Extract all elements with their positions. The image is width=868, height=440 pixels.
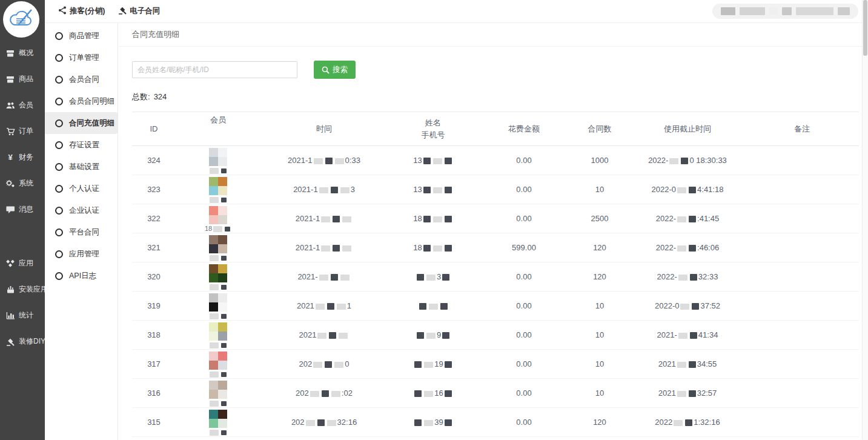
tab-tuike[interactable]: 推客(分销)	[58, 6, 105, 16]
sidebar-item-7[interactable]: 消息	[0, 196, 45, 222]
account-info-redacted[interactable]	[712, 4, 858, 19]
circle-bullet-icon	[55, 163, 63, 171]
redacted-block	[325, 158, 333, 164]
redacted-block	[317, 419, 325, 426]
cell-contracts: 1000	[569, 156, 630, 165]
sidebar-item-1[interactable]: 概况	[0, 40, 45, 66]
submenu-item-12[interactable]: API日志	[45, 265, 118, 287]
redacted-block	[331, 187, 338, 193]
redacted-block	[316, 304, 325, 310]
redacted-block	[310, 391, 319, 397]
member-name-redacted	[176, 283, 260, 290]
scrollbar-thumb[interactable]	[863, 0, 867, 56]
search-button[interactable]: 搜索	[314, 61, 356, 79]
app-sidebar: 概况 商品 会员 订单¥ 财务 系统 消息 应用 安装应用 统计 装修DIY	[0, 0, 45, 440]
sidebar-item-label: 装修DIY	[19, 336, 45, 347]
redacted-block	[221, 314, 227, 319]
circle-bullet-icon	[55, 119, 63, 127]
cell-contracts: 120	[569, 418, 630, 427]
cell-id: 316	[132, 388, 176, 398]
submenu-item-5[interactable]: 合同充值明细	[45, 112, 118, 134]
cell-deadline: 2022-:46:06	[630, 243, 745, 252]
sidebar-item-9[interactable]: 安装应用	[0, 276, 45, 302]
sidebar-item-11[interactable]: 装修DIY	[0, 328, 45, 355]
table-row[interactable]: 321 2021-1 18 599.00 120 2022-:46:06	[132, 233, 859, 262]
submenu-item-11[interactable]: 应用管理	[45, 243, 118, 265]
cell-deadline: 2021-41:34	[630, 330, 745, 339]
submenu-item-8[interactable]: 个人认证	[45, 178, 118, 199]
redacted-block	[221, 256, 227, 261]
search-bar: 搜索	[132, 61, 868, 79]
main-content: 合同充值明细 搜索 总数:324 ID会员时间姓名 手机号花费金额合同数使用截止…	[119, 22, 868, 440]
table-row[interactable]: 323 2021-13 13 0.00 10 2022-04:41:18	[132, 175, 859, 204]
table-row[interactable]: 317 2020 19 0.00 10 202134:55	[132, 350, 859, 379]
cell-contracts: 10	[569, 330, 630, 339]
redacted-block	[210, 372, 219, 378]
sidebar-item-10[interactable]: 统计	[0, 302, 45, 328]
redacted-block	[426, 333, 436, 339]
redacted-block	[342, 245, 351, 252]
member-avatar	[209, 264, 227, 282]
vertical-scrollbar[interactable]	[862, 0, 868, 440]
redacted-block	[782, 7, 792, 15]
redacted-block	[325, 361, 332, 368]
table-row[interactable]: 315 20232:16 39 0.00 120 20221:32:16	[132, 408, 859, 437]
table-row[interactable]: 320 2021- 3 0.00 120 2022-32:33	[132, 262, 859, 292]
submenu-item-1[interactable]: 商品管理	[45, 25, 118, 47]
redacted-block	[677, 216, 686, 222]
submenu-item-3[interactable]: 会员合同	[45, 68, 118, 90]
cell-member	[176, 321, 260, 349]
redacted-block	[210, 342, 219, 348]
redacted-block	[690, 274, 697, 281]
sidebar-item-label: 会员	[19, 100, 33, 110]
table-row[interactable]: 316 202:02 16 0.00 10 202132:57	[132, 379, 859, 408]
sidebar-item-label: 消息	[19, 204, 33, 215]
table-row[interactable]: 319 20211 0.00 10 2022-037:52	[132, 292, 859, 321]
redacted-block	[210, 430, 219, 436]
sidebar-item-2[interactable]: 商品	[0, 66, 45, 92]
redacted-block	[433, 158, 442, 164]
tab-econtract[interactable]: 电子合同	[118, 6, 160, 16]
submenu-item-9[interactable]: 企业认证	[45, 199, 118, 221]
goods-icon	[5, 75, 15, 84]
app-logo[interactable]	[3, 1, 39, 38]
sidebar-item-8[interactable]: 应用	[0, 250, 45, 276]
sidebar-item-6[interactable]: 系统	[0, 170, 45, 196]
cell-id: 323	[132, 185, 176, 194]
table-row[interactable]: 324 2021-10:33 13 0.00 1000 2022-0 18:30…	[132, 146, 859, 175]
redacted-block	[335, 158, 344, 164]
table-row[interactable]: 322 18 2021-1 18 0.00 2500 2022-:41:45	[132, 204, 859, 233]
total-count: 总数:324	[132, 92, 868, 102]
circle-bullet-icon	[55, 272, 63, 280]
tab-tuike-label: 推客(分销)	[70, 6, 105, 16]
sidebar-item-5[interactable]: ¥ 财务	[0, 144, 45, 170]
redacted-block	[333, 216, 340, 222]
member-avatar	[209, 410, 227, 428]
cell-phone: 13	[388, 185, 479, 194]
circle-bullet-icon	[55, 250, 63, 258]
circle-bullet-icon	[55, 185, 63, 193]
redacted-block	[221, 198, 227, 202]
submenu-item-label: 企业认证	[69, 205, 99, 216]
sidebar-item-4[interactable]: 订单	[0, 118, 45, 144]
finance-icon: ¥	[5, 153, 15, 161]
submenu-item-6[interactable]: 存证设置	[45, 134, 118, 156]
column-header-count: 合同数	[569, 124, 630, 135]
redacted-block	[333, 245, 340, 252]
submenu-item-7[interactable]: 基础设置	[45, 156, 118, 178]
column-header-name: 姓名 手机号	[388, 117, 479, 141]
member-name-redacted	[176, 399, 260, 407]
sidebar-item-3[interactable]: 会员	[0, 92, 45, 118]
search-input[interactable]	[132, 61, 297, 78]
cell-phone: 18	[388, 214, 479, 223]
member-avatar	[209, 381, 227, 399]
redacted-block	[426, 275, 436, 281]
cell-amount: 0.00	[479, 185, 569, 194]
cell-time: 2020	[260, 359, 388, 368]
table-row[interactable]: 318 2021 9 0.00 10 2021-41:34	[132, 321, 859, 350]
cell-contracts: 10	[569, 388, 630, 398]
install-icon	[5, 285, 15, 294]
submenu-item-2[interactable]: 订单管理	[45, 47, 118, 68]
submenu-item-4[interactable]: 会员合同明细	[45, 90, 118, 112]
submenu-item-10[interactable]: 平台合同	[45, 221, 118, 243]
